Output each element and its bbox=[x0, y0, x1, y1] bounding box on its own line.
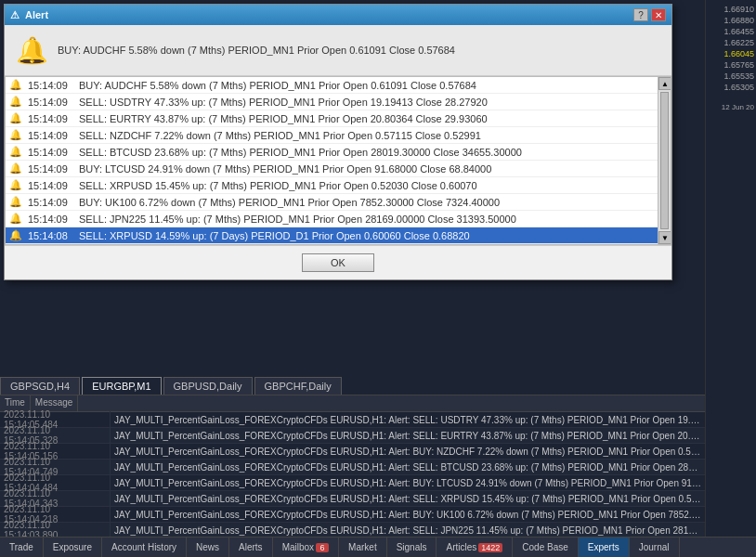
chart-tabs: GBPSGD,H4EURGBP,M1GBPUSD,DailyGBPCHF,Dai… bbox=[0, 374, 705, 395]
log-msg: JAY_MULTI_PercentGainLoss_FOREXCryptoCFD… bbox=[111, 447, 705, 457]
price-3: 1.66455 bbox=[706, 27, 756, 36]
alert-row[interactable]: 🔔 15:14:08 SELL: XRPUSD 14.59% up: (7 Da… bbox=[6, 227, 658, 244]
scroll-thumb[interactable] bbox=[660, 92, 669, 229]
help-button[interactable]: ? bbox=[633, 8, 648, 21]
alert-time: 15:14:09 bbox=[28, 80, 79, 91]
alert-time: 15:14:08 bbox=[28, 230, 79, 241]
alert-table: 🔔 15:14:09 BUY: AUDCHF 5.58% down (7 Mth… bbox=[6, 77, 658, 244]
bell-icon: 🔔 bbox=[9, 96, 24, 108]
chart-tab-gbpusd-daily[interactable]: GBPUSD,Daily bbox=[163, 377, 253, 395]
bottom-toolbar: TradeExposureAccount HistoryNewsAlertsMa… bbox=[0, 537, 756, 557]
toolbar-btn-alerts[interactable]: Alerts bbox=[229, 538, 273, 557]
alert-text: SELL: JPN225 11.45% up: (7 Mths) PERIOD_… bbox=[79, 214, 654, 225]
alert-text: BUY: LTCUSD 24.91% down (7 Mths) PERIOD_… bbox=[79, 163, 654, 175]
bell-icon: 🔔 bbox=[9, 112, 24, 124]
price-1: 1.66910 bbox=[706, 5, 756, 14]
chart-tab-eurgbp-m1[interactable]: EURGBP,M1 bbox=[82, 377, 161, 395]
toolbar-btn-experts[interactable]: Experts bbox=[579, 538, 630, 557]
toolbar-btn-articles[interactable]: Articles1422 bbox=[437, 538, 513, 557]
alert-row[interactable]: 🔔 15:14:09 BUY: UK100 6.72% down (7 Mths… bbox=[6, 194, 658, 211]
badge: 1422 bbox=[478, 543, 502, 552]
price-8: 1.65305 bbox=[706, 83, 756, 92]
badge: 6 bbox=[316, 543, 329, 552]
alert-text: SELL: EURTRY 43.87% up: (7 Mths) PERIOD_… bbox=[79, 113, 654, 124]
alert-text: BUY: UK100 6.72% down (7 Mths) PERIOD_MN… bbox=[79, 197, 654, 208]
price-7: 1.65535 bbox=[706, 71, 756, 81]
alert-text: SELL: USDTRY 47.33% up: (7 Mths) PERIOD_… bbox=[79, 97, 654, 108]
scroll-up-arrow[interactable]: ▲ bbox=[658, 77, 671, 90]
price-6: 1.65765 bbox=[706, 60, 756, 70]
alert-row[interactable]: 🔔 15:14:09 BUY: LTCUSD 24.91% down (7 Mt… bbox=[6, 161, 658, 177]
bell-icon: 🔔 bbox=[9, 229, 24, 241]
alert-row[interactable]: 🔔 15:14:09 SELL: EURTRY 43.87% up: (7 Mt… bbox=[6, 110, 658, 127]
toolbar-btn-news[interactable]: News bbox=[187, 538, 229, 557]
alert-row[interactable]: 🔔 15:14:09 SELL: JPN225 11.45% up: (7 Mt… bbox=[6, 211, 658, 227]
alert-time: 15:14:09 bbox=[28, 180, 79, 191]
alert-time: 15:14:09 bbox=[28, 130, 79, 141]
modal-title: Alert bbox=[25, 9, 48, 20]
alert-time: 15:14:09 bbox=[28, 163, 79, 175]
alert-time: 15:14:09 bbox=[28, 113, 79, 124]
price-2: 1.66880 bbox=[706, 16, 756, 25]
log-row: 2023.11.10 15:14:03.890 JAY_MULTI_Percen… bbox=[0, 523, 705, 537]
bell-icon: 🔔 bbox=[9, 196, 24, 208]
ok-button[interactable]: OK bbox=[302, 253, 374, 272]
alert-text: SELL: XRPUSD 14.59% up: (7 Days) PERIOD_… bbox=[79, 230, 654, 241]
scroll-down-arrow[interactable]: ▼ bbox=[658, 231, 671, 244]
alert-header-message: BUY: AUDCHF 5.58% down (7 Mths) PERIOD_M… bbox=[58, 45, 660, 56]
price-panel: 1.66910 1.66880 1.66455 1.66225 1.66045 … bbox=[705, 0, 756, 557]
toolbar-btn-journal[interactable]: Journal bbox=[630, 538, 680, 557]
toolbar-btn-account-history[interactable]: Account History bbox=[102, 538, 187, 557]
close-button[interactable]: ✕ bbox=[651, 8, 666, 21]
log-msg: JAY_MULTI_PercentGainLoss_FOREXCryptoCFD… bbox=[111, 494, 705, 504]
modal-footer: OK bbox=[5, 245, 671, 279]
toolbar-btn-market[interactable]: Market bbox=[339, 538, 387, 557]
chart-tab-gbpsgd-h4[interactable]: GBPSGD,H4 bbox=[0, 377, 80, 395]
alert-text: SELL: BTCUSD 23.68% up: (7 Mths) PERIOD_… bbox=[79, 147, 654, 158]
titlebar-right: ? ✕ bbox=[633, 8, 666, 21]
alert-table-container: 🔔 15:14:09 BUY: AUDCHF 5.58% down (7 Mth… bbox=[5, 76, 671, 245]
alert-row[interactable]: 🔔 15:14:09 SELL: USDTRY 47.33% up: (7 Mt… bbox=[6, 94, 658, 110]
alert-text: SELL: NZDCHF 7.22% down (7 Mths) PERIOD_… bbox=[79, 130, 654, 141]
log-msg: JAY_MULTI_PercentGainLoss_FOREXCryptoCFD… bbox=[111, 462, 705, 473]
bell-icon: 🔔 bbox=[9, 162, 24, 175]
alert-time: 15:14:09 bbox=[28, 97, 79, 108]
bell-icon: 🔔 bbox=[9, 146, 24, 158]
message-log: Time Message 2023.11.10 15:14:05.484 JAY… bbox=[0, 395, 705, 537]
toolbar-btn-trade[interactable]: Trade bbox=[0, 538, 44, 557]
log-msg: JAY_MULTI_PercentGainLoss_FOREXCryptoCFD… bbox=[111, 431, 705, 441]
alert-time: 15:14:09 bbox=[28, 147, 79, 158]
log-msg: JAY_MULTI_PercentGainLoss_FOREXCryptoCFD… bbox=[111, 478, 705, 488]
price-5: 1.66045 bbox=[706, 49, 756, 58]
alert-row[interactable]: 🔔 15:14:09 SELL: BTCUSD 23.68% up: (7 Mt… bbox=[6, 144, 658, 161]
alert-row[interactable]: 🔔 15:14:09 SELL: XRPUSD 15.45% up: (7 Mt… bbox=[6, 177, 658, 194]
bell-icon: 🔔 bbox=[9, 179, 24, 191]
toolbar-btn-mailbox[interactable]: Mailbox6 bbox=[273, 538, 339, 557]
bell-icon-large: 🔔 bbox=[16, 35, 48, 66]
log-msg: JAY_MULTI_PercentGainLoss_FOREXCryptoCFD… bbox=[111, 415, 705, 425]
chart-tab-gbpchf-daily[interactable]: GBPCHF,Daily bbox=[254, 377, 342, 395]
bell-icon: 🔔 bbox=[9, 79, 24, 91]
modal-titlebar: ⚠ Alert ? ✕ bbox=[5, 5, 671, 25]
toolbar-btn-signals[interactable]: Signals bbox=[387, 538, 437, 557]
log-msg: JAY_MULTI_PercentGainLoss_FOREXCryptoCFD… bbox=[111, 510, 705, 520]
log-rows-container: 2023.11.10 15:14:05.484 JAY_MULTI_Percen… bbox=[0, 412, 705, 537]
alert-time: 15:14:09 bbox=[28, 214, 79, 225]
alert-header: 🔔 BUY: AUDCHF 5.58% down (7 Mths) PERIOD… bbox=[5, 25, 671, 76]
alert-time: 15:14:09 bbox=[28, 197, 79, 208]
price-4: 1.66225 bbox=[706, 38, 756, 47]
bell-icon: 🔔 bbox=[9, 213, 24, 225]
bell-icon: 🔔 bbox=[9, 129, 24, 141]
toolbar-btn-code-base[interactable]: Code Base bbox=[513, 538, 578, 557]
date-label: 12 Jun 20 bbox=[706, 103, 756, 111]
alert-text: SELL: XRPUSD 15.45% up: (7 Mths) PERIOD_… bbox=[79, 180, 654, 191]
alert-modal: ⚠ Alert ? ✕ 🔔 BUY: AUDCHF 5.58% down (7 … bbox=[4, 4, 672, 280]
log-msg: JAY_MULTI_PercentGainLoss_FOREXCryptoCFD… bbox=[111, 525, 705, 536]
alert-row[interactable]: 🔔 15:14:09 SELL: NZDCHF 7.22% down (7 Mt… bbox=[6, 127, 658, 144]
log-time: 2023.11.10 15:14:03.890 bbox=[0, 520, 111, 537]
alert-scrollbar[interactable]: ▲ ▼ bbox=[658, 77, 671, 244]
titlebar-left: ⚠ Alert bbox=[10, 9, 48, 21]
alert-text: BUY: AUDCHF 5.58% down (7 Mths) PERIOD_M… bbox=[79, 80, 654, 91]
toolbar-btn-exposure[interactable]: Exposure bbox=[44, 538, 102, 557]
alert-row[interactable]: 🔔 15:14:09 BUY: AUDCHF 5.58% down (7 Mth… bbox=[6, 77, 658, 94]
